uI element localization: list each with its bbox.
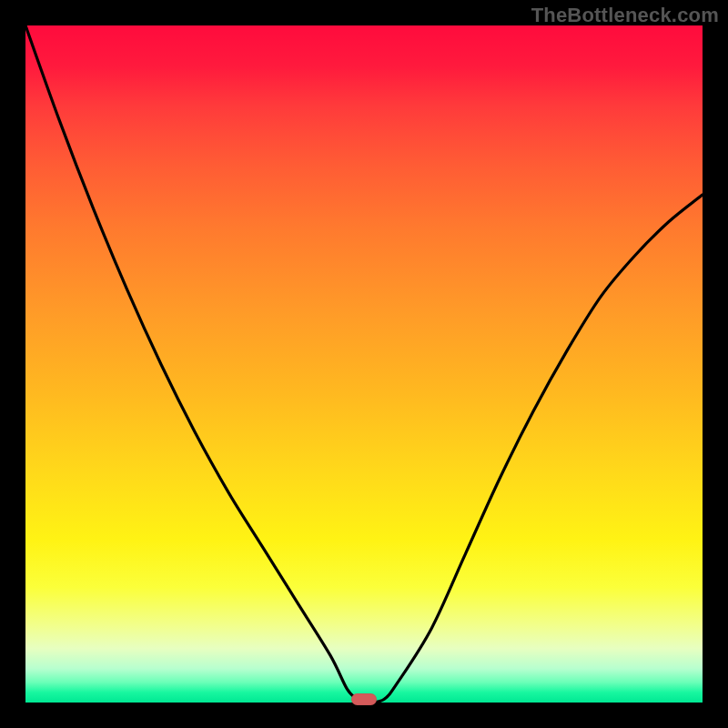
chart-frame: TheBottleneck.com bbox=[0, 0, 728, 728]
plot-area bbox=[25, 25, 703, 703]
optimal-point-marker bbox=[351, 693, 377, 705]
watermark-text: TheBottleneck.com bbox=[531, 4, 719, 27]
bottleneck-curve bbox=[25, 25, 703, 703]
